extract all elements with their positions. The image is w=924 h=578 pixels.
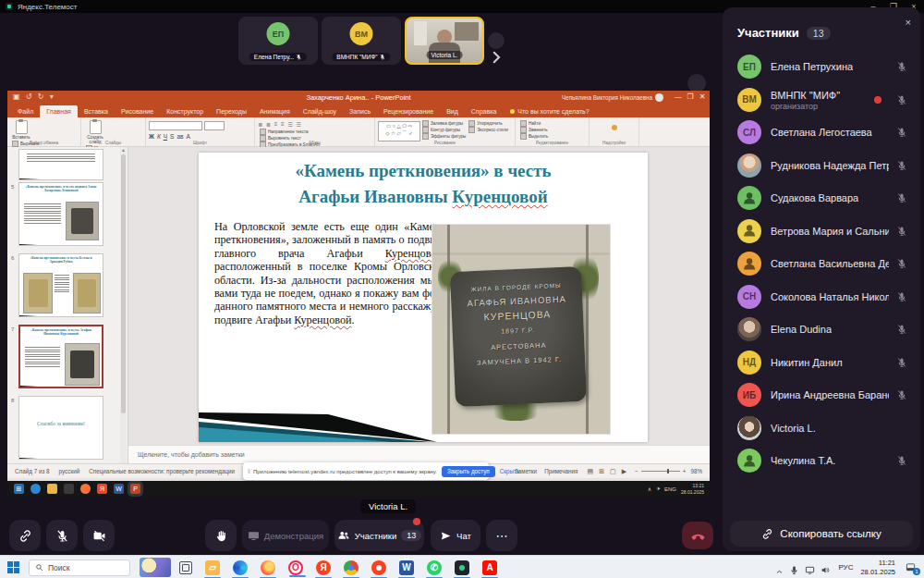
taskbar-edge-icon[interactable] bbox=[233, 560, 248, 575]
raise-hand-button[interactable] bbox=[205, 520, 237, 551]
pp-close-button[interactable]: ✕ bbox=[697, 92, 708, 101]
notification-center-icon[interactable]: 1 bbox=[905, 562, 917, 572]
ribbon-tab-рецензирование[interactable]: Рецензирование bbox=[377, 105, 440, 117]
ribbon-tab-файл[interactable]: Файл bbox=[11, 105, 40, 117]
taskbar-telemost-icon[interactable] bbox=[455, 560, 469, 575]
comments-toggle[interactable]: Примечания bbox=[544, 468, 578, 474]
ribbon-tab-вид[interactable]: Вид bbox=[440, 105, 465, 117]
tray-expand-icon[interactable] bbox=[775, 563, 784, 572]
tell-me-search[interactable]: Что вы хотите сделать? bbox=[503, 105, 589, 117]
taskbar-whatsapp-icon[interactable]: ✆ bbox=[427, 560, 442, 575]
current-slide[interactable]: «Камень преткновения» в честь Агафьи Ива… bbox=[199, 153, 648, 442]
ribbon-button[interactable]: Направление текста bbox=[260, 129, 320, 135]
slide-thumbnails-panel[interactable]: 5«Камень преткновения» в честь подвига А… bbox=[7, 147, 128, 464]
video-tile-2[interactable]: ВМВМНПК "МИФ" bbox=[322, 17, 401, 65]
participant-row[interactable]: НДНикитин Данил bbox=[723, 347, 920, 378]
shared-taskbar-folder-icon[interactable] bbox=[47, 484, 57, 494]
video-tile-3[interactable]: Victoria L. bbox=[405, 17, 484, 65]
expand-share-button[interactable] bbox=[687, 74, 706, 92]
shared-taskbar-store-icon[interactable] bbox=[64, 484, 74, 494]
pp-restore-button[interactable]: ❐ bbox=[685, 92, 696, 101]
thumbnail-slide-6[interactable]: «Камень преткновения» в честь Беллы и Ар… bbox=[18, 253, 103, 317]
font-style-button[interactable]: Ч bbox=[164, 133, 167, 140]
panel-close-icon[interactable]: × bbox=[906, 17, 911, 28]
tray-display-icon[interactable] bbox=[805, 562, 815, 572]
ribbon-tab-переходы[interactable]: Переходы bbox=[210, 105, 253, 117]
ribbon-tab-главная[interactable]: Главная bbox=[40, 105, 78, 117]
sorter-view-icon[interactable]: ⊞ bbox=[599, 468, 604, 475]
shared-taskbar-edge-icon[interactable] bbox=[30, 484, 41, 494]
slideshow-icon[interactable]: ▶ bbox=[622, 468, 626, 475]
font-style-button[interactable]: S bbox=[170, 133, 174, 140]
thumbnail-slide-4-partial[interactable] bbox=[18, 149, 103, 180]
video-tile-1[interactable]: ЕПЕлена Петру... bbox=[238, 17, 318, 65]
language-switcher[interactable]: РУС bbox=[838, 563, 853, 572]
participant-row[interactable]: Victoria L. bbox=[723, 412, 920, 444]
weather-widget[interactable] bbox=[140, 558, 171, 577]
ribbon-tab-вставка[interactable]: Вставка bbox=[78, 105, 115, 117]
shared-taskbar-powerpoint-icon[interactable]: P bbox=[130, 484, 140, 494]
more-button[interactable]: ⋯ bbox=[486, 520, 517, 551]
ribbon-tab-конструктор[interactable]: Конструктор bbox=[160, 105, 210, 117]
ribbon-button[interactable]: Экспресс-стили bbox=[468, 127, 508, 133]
taskbar-yandex-browser-icon[interactable]: Я bbox=[316, 560, 331, 575]
ribbon-button[interactable]: Выделить bbox=[520, 133, 548, 140]
ribbon-button[interactable]: Заменить bbox=[520, 127, 548, 133]
taskbar-opera-icon[interactable]: O bbox=[288, 560, 303, 575]
pp-minimize-button[interactable]: — bbox=[673, 92, 684, 101]
participant-row[interactable]: Чекулина Т.А. bbox=[723, 445, 920, 476]
zoom-level[interactable]: 98% bbox=[690, 468, 702, 474]
ribbon-tab-рисование[interactable]: Рисование bbox=[115, 105, 160, 117]
hide-link[interactable]: Скрыть bbox=[500, 468, 520, 474]
shapes-gallery[interactable]: ▭ ○ △ ⬠ ⇨◇ ☆ ▱ ⌒ ✓ bbox=[378, 121, 420, 141]
participant-row[interactable]: Светлана Васильевна Дереп... bbox=[723, 248, 920, 279]
start-button[interactable] bbox=[7, 561, 19, 573]
zoom-out-button[interactable]: − bbox=[635, 468, 638, 474]
font-style-button[interactable]: aв bbox=[176, 133, 183, 140]
taskbar-explorer-icon[interactable]: ▱ bbox=[205, 560, 220, 575]
thumbnail-slide-7[interactable]: «Камень преткновения» в честь Агафьи Ива… bbox=[18, 325, 103, 388]
ribbon-tab-запись[interactable]: Запись bbox=[343, 105, 377, 117]
stop-sharing-button[interactable]: Закрыть доступ bbox=[442, 466, 495, 477]
copy-meeting-link-button[interactable]: Скопировать ссылку bbox=[730, 521, 913, 547]
camera-button[interactable] bbox=[83, 520, 115, 551]
participant-row[interactable]: ВМВМНПК "МИФ"организатор bbox=[723, 84, 920, 116]
shared-taskbar-yandex-icon[interactable]: Я bbox=[97, 484, 107, 494]
ribbon-tab-слайд-шоу[interactable]: Слайд-шоу bbox=[297, 105, 343, 117]
participant-row[interactable]: ЕПЕлена Петрухина bbox=[723, 51, 920, 82]
thumbnail-slide-5[interactable]: «Камень преткновения» в честь подвига Ан… bbox=[18, 182, 103, 246]
shared-taskbar-firefox-icon[interactable] bbox=[80, 484, 91, 494]
font-style-button[interactable]: К bbox=[157, 133, 161, 140]
participants-button[interactable]: Участники 13 bbox=[334, 520, 424, 551]
font-style-button[interactable]: Ж bbox=[149, 133, 154, 140]
tray-mic-icon[interactable] bbox=[789, 562, 799, 572]
participant-row[interactable]: СЛСветлана Легостаева bbox=[723, 117, 920, 148]
accessibility-status[interactable]: Специальные возможности: проверьте реком… bbox=[89, 468, 235, 474]
ribbon-button-big[interactable]: Вставить bbox=[10, 119, 32, 140]
participant-row[interactable]: Рудникова Надежда Петров... bbox=[723, 150, 920, 181]
demonstration-button[interactable]: Демонстрация bbox=[242, 520, 329, 551]
shared-taskbar-word-icon[interactable]: W bbox=[114, 484, 124, 494]
shared-taskbar-start-icon[interactable]: ⊞ bbox=[14, 484, 24, 494]
notes-pane[interactable]: Щелкните, чтобы добавить заметки bbox=[128, 445, 710, 464]
zoom-slider[interactable] bbox=[641, 471, 680, 472]
ribbon-button[interactable]: Контур фигуры bbox=[422, 127, 466, 133]
ribbon-button[interactable]: Эффекты фигуры bbox=[422, 133, 466, 140]
ribbon-button[interactable]: Заливка фигуры bbox=[422, 120, 466, 127]
task-view-button[interactable] bbox=[179, 561, 192, 574]
taskbar-word-icon[interactable]: W bbox=[399, 560, 414, 575]
thumbnails-scrollbar[interactable]: ▲ bbox=[120, 147, 127, 464]
zoom-in-button[interactable]: + bbox=[683, 468, 687, 474]
thumbnail-slide-8[interactable]: Спасибо за внимание! bbox=[18, 396, 103, 460]
participant-row[interactable]: Elena Dudina bbox=[723, 314, 920, 345]
tray-volume-icon[interactable] bbox=[821, 562, 831, 572]
drag-handle-icon[interactable]: ‖ bbox=[248, 468, 250, 474]
reading-view-icon[interactable]: ▢ bbox=[610, 468, 616, 475]
taskbar-chrome-icon[interactable] bbox=[344, 560, 359, 575]
next-participants-button[interactable] bbox=[488, 32, 505, 49]
taskbar-clock[interactable]: 11:2128.01.2025 bbox=[860, 559, 895, 576]
taskbar-yandex-start-icon[interactable] bbox=[371, 560, 386, 575]
ribbon-button[interactable]: Упорядочить bbox=[468, 120, 508, 127]
ribbon-tab-справка[interactable]: Справка bbox=[465, 105, 503, 117]
microphone-button[interactable] bbox=[46, 520, 78, 551]
